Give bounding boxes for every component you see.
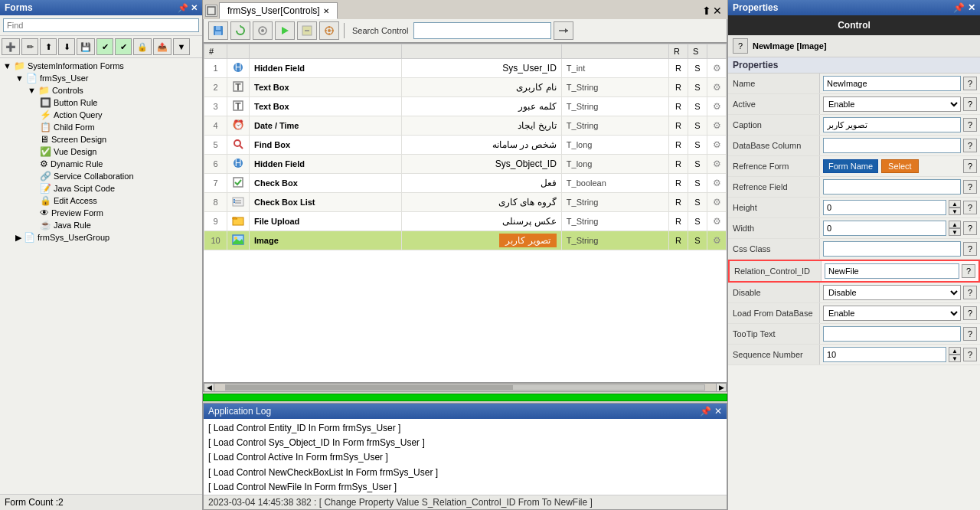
tree-item-action-query[interactable]: ⚡ Action Query — [2, 109, 201, 121]
tab-frmsys-user[interactable]: frmSys_User[Controls] ✕ — [219, 2, 338, 19]
cell-action[interactable]: ⚙ — [707, 193, 727, 212]
up-btn[interactable]: ⬆ — [40, 38, 57, 55]
prop-spinner-dn-6[interactable]: ▼ — [949, 208, 961, 215]
tools-toolbar-btn[interactable] — [253, 21, 273, 40]
scroll-btn[interactable]: ▼ — [173, 38, 190, 55]
tab-up-icon[interactable]: ⬆ — [702, 5, 711, 17]
scroll-thumb[interactable] — [226, 385, 513, 390]
settings-toolbar-btn[interactable] — [319, 21, 339, 40]
tree-item-java-rule[interactable]: ☕ Java Rule — [2, 219, 201, 231]
save-btn[interactable]: 💾 — [77, 38, 95, 55]
tree-item-child-form[interactable]: 📋 Child Form — [2, 121, 201, 133]
prop-select-1[interactable]: EnableDisable — [823, 96, 961, 112]
cell-action[interactable]: ⚙ — [707, 212, 727, 231]
prop-input-5[interactable] — [823, 179, 961, 195]
prop-spinner-input-7[interactable] — [823, 221, 946, 236]
prop-help-btn-11[interactable]: ? — [963, 306, 977, 320]
export-btn[interactable]: 📤 — [153, 38, 172, 55]
tree-item-frmsys-usergroup[interactable]: ▶ 📄 frmSys_UserGroup — [2, 231, 201, 244]
tree-item-controls[interactable]: ▼ 📁 Controls — [2, 84, 201, 96]
table-row[interactable]: 10 Image تصویر کاربر T_String R S ⚙ — [204, 231, 727, 250]
prop-help-btn-8[interactable]: ? — [963, 242, 977, 256]
tree-item-screen-design[interactable]: 🖥 Screen Design — [2, 133, 201, 145]
prop-help-btn-6[interactable]: ? — [963, 201, 977, 214]
run-toolbar-btn[interactable] — [275, 21, 295, 40]
prop-help-btn-0[interactable]: ? — [963, 77, 977, 90]
nav-icon[interactable] — [205, 5, 217, 17]
tree-item-dynamic-rule[interactable]: ⚙ Dynamic Rule — [2, 158, 201, 170]
cell-action[interactable]: ⚙ — [707, 155, 727, 174]
tree-item-java-script[interactable]: 📝 Java Scipt Code — [2, 182, 201, 195]
table-row[interactable]: 1 H Hidden Field Sys_User_ID T_int R S ⚙ — [204, 59, 727, 78]
table-row[interactable]: 7 Check Box فعل T_boolean R S ⚙ — [204, 174, 727, 193]
tree-item-system[interactable]: ▼ 📁 SystemInformation Forms — [2, 60, 201, 72]
cell-action[interactable]: ⚙ — [707, 97, 727, 116]
prop-spinner-up-7[interactable]: ▲ — [949, 221, 961, 228]
cell-action[interactable]: ⚙ — [707, 78, 727, 97]
app-log-pin-icon[interactable]: 📌 — [700, 406, 711, 417]
prop-help-btn-12[interactable]: ? — [963, 327, 977, 341]
close-icon[interactable]: ✕ — [191, 3, 198, 13]
down-btn[interactable]: ⬇ — [58, 38, 75, 55]
prop-select-10[interactable]: DisableEnable — [823, 285, 961, 300]
tree-item-frmsys-user[interactable]: ▼ 📄 frmSys_User — [2, 72, 201, 84]
export-toolbar-btn[interactable] — [297, 21, 317, 40]
tree-item-service-collab[interactable]: 🔗 Service Collaboration — [2, 170, 201, 182]
prop-select-11[interactable]: EnableDisable — [823, 306, 961, 321]
check2-btn[interactable]: ✔ — [115, 38, 132, 55]
scroll-right-btn[interactable]: ▶ — [716, 383, 727, 392]
props-help-btn[interactable]: ? — [733, 38, 748, 54]
prop-spinner-input-13[interactable] — [823, 347, 946, 362]
tree-item-button-rule[interactable]: 🔲 Button Rule — [2, 96, 201, 109]
prop-help-btn-3[interactable]: ? — [963, 139, 977, 152]
prop-help-btn-1[interactable]: ? — [963, 97, 977, 111]
ref-form-select-btn[interactable]: Select — [881, 159, 919, 173]
search-arrow-btn[interactable] — [554, 21, 573, 40]
h-scrollbar[interactable]: ◀ ▶ — [203, 383, 727, 392]
prop-input-3[interactable] — [823, 138, 961, 153]
check-btn[interactable]: ✔ — [96, 38, 113, 55]
prop-help-btn-7[interactable]: ? — [963, 221, 977, 235]
prop-input-12[interactable] — [823, 326, 961, 342]
prop-input-9[interactable] — [825, 263, 959, 279]
search-control-input[interactable] — [413, 22, 551, 39]
cell-action[interactable]: ⚙ — [707, 59, 727, 78]
table-row[interactable]: 4 ⏰ Date / Time تاریخ ایجاد T_String R S… — [204, 116, 727, 136]
search-input[interactable] — [3, 18, 199, 32]
table-row[interactable]: 3 T Text Box کلمه عبور T_String R S ⚙ — [204, 97, 727, 116]
pin-icon[interactable]: 📌 — [178, 3, 188, 13]
table-row[interactable]: 6 H Hidden Field Sys_Object_ID T_long R … — [204, 155, 727, 174]
scroll-track[interactable] — [225, 384, 705, 391]
prop-help-btn-4[interactable]: ? — [963, 159, 977, 173]
table-row[interactable]: 8 Check Box List گروه های کاری T_String … — [204, 193, 727, 212]
prop-spinner-dn-13[interactable]: ▼ — [949, 355, 961, 362]
cell-action[interactable]: ⚙ — [707, 231, 727, 250]
prop-spinner-dn-7[interactable]: ▼ — [949, 228, 961, 236]
scroll-left-btn[interactable]: ◀ — [204, 383, 214, 392]
prop-input-0[interactable] — [823, 76, 961, 91]
tree-item-edit-access[interactable]: 🔒 Edit Access — [2, 195, 201, 207]
tree-item-preview-form[interactable]: 👁 Preview Form — [2, 207, 201, 219]
prop-help-btn-2[interactable]: ? — [963, 118, 977, 132]
prop-input-2[interactable] — [823, 117, 961, 132]
prop-spinner-up-6[interactable]: ▲ — [949, 200, 961, 208]
tab-close-panel-icon[interactable]: ✕ — [713, 5, 722, 17]
prop-help-btn-13[interactable]: ? — [963, 348, 977, 361]
cell-action[interactable]: ⚙ — [707, 136, 727, 155]
table-row[interactable]: 2 T Text Box نام کاربری T_String R S ⚙ — [204, 78, 727, 97]
props-close-icon[interactable]: ✕ — [968, 2, 975, 13]
prop-input-8[interactable] — [823, 241, 961, 257]
cell-action[interactable]: ⚙ — [707, 174, 727, 193]
add-btn[interactable]: ➕ — [2, 38, 20, 55]
tab-close-icon[interactable]: ✕ — [323, 7, 329, 15]
props-pin-icon[interactable]: 📌 — [953, 2, 965, 13]
prop-help-btn-9[interactable]: ? — [962, 264, 975, 278]
refresh-toolbar-btn[interactable] — [230, 21, 250, 40]
app-log-close-icon[interactable]: ✕ — [714, 406, 722, 417]
prop-spinner-input-6[interactable] — [823, 200, 946, 215]
save-toolbar-btn[interactable] — [208, 21, 228, 40]
prop-help-btn-10[interactable]: ? — [963, 286, 977, 299]
prop-help-btn-5[interactable]: ? — [963, 180, 977, 194]
prop-spinner-up-13[interactable]: ▲ — [949, 347, 961, 355]
edit-btn[interactable]: ✏ — [21, 38, 38, 55]
